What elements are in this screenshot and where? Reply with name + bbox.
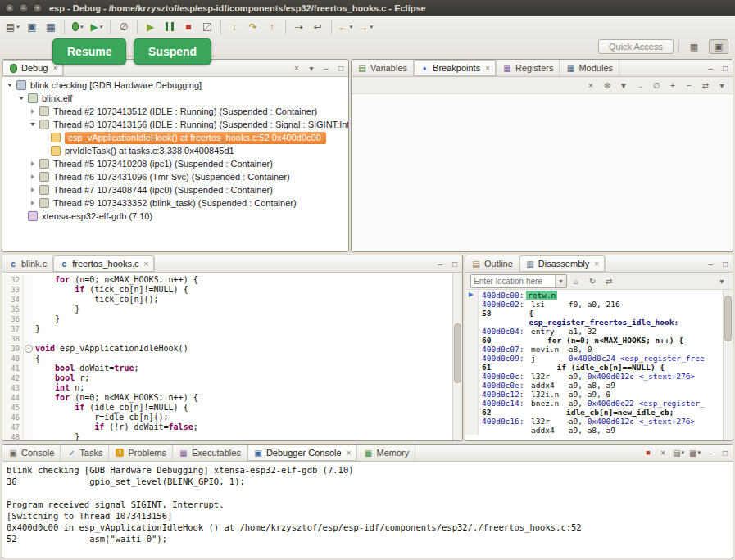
fold-collapse-icon[interactable] [24, 344, 34, 354]
debug-tree-item[interactable]: prvIdleTask() at tasks.c:3,338 0x400845d… [2, 144, 348, 157]
expand-all-icon[interactable]: + [665, 79, 680, 93]
minimize-icon[interactable]: – [703, 61, 718, 75]
disassembly-row[interactable]: 62 idle_cb[n]=new_idle_cb; [465, 408, 723, 417]
disassembly-row[interactable]: addx4 a9, a8, a9 [465, 426, 723, 435]
drop-to-frame-button[interactable]: ↩ [309, 18, 327, 36]
expander-right-icon[interactable] [29, 174, 37, 179]
remove-all-breakpoints-icon[interactable]: ⊗ [600, 79, 615, 93]
skip-all-breakpoints-button[interactable]: ∅ [115, 18, 133, 36]
disassembly-row[interactable]: 400d0c0e:addx4 a9, a8, a9 [465, 381, 723, 390]
window-minimize-button[interactable]: − [19, 3, 29, 13]
location-combo[interactable]: ▾ [470, 274, 567, 288]
editor-scrollbar[interactable] [452, 273, 462, 440]
forward-button[interactable]: →▾ [356, 18, 375, 36]
link-with-active-context-icon[interactable]: ⇄ [601, 274, 616, 288]
collapse-all-icon[interactable]: − [682, 79, 696, 93]
close-tab-icon[interactable]: × [52, 64, 57, 73]
code-line[interactable]: 45 if (idle_cb[n]!=NULL) { [2, 403, 452, 413]
disassembly-row[interactable]: 400d0c07:movi.n a8, 0 [465, 345, 723, 354]
maximize-icon[interactable]: □ [718, 257, 733, 271]
disassembly-content[interactable]: 400d0c00:retw.n400d0c02:lsi f0, a0, 2165… [465, 290, 723, 440]
maximize-icon[interactable]: □ [447, 257, 462, 271]
tab-problems[interactable]: Problems [109, 445, 172, 461]
tab-executables[interactable]: Executables [173, 445, 247, 461]
run-button[interactable]: ▶▾ [88, 18, 106, 36]
debug-tree-item[interactable]: xtensa-esp32-elf-gdb (7.10) [2, 210, 348, 223]
debug-tree-item[interactable]: Thread #3 1073413156 (IDLE : Running) (S… [2, 118, 348, 131]
save-button[interactable]: ▣ [23, 18, 41, 36]
step-over-button[interactable]: ↷ [244, 18, 262, 36]
disassembly-scrollbar[interactable] [723, 290, 733, 440]
dropdown-arrow-icon[interactable]: ▾ [370, 24, 373, 30]
remove-selected-breakpoints-icon[interactable]: × [583, 79, 598, 93]
close-tab-icon[interactable]: × [485, 64, 490, 73]
minimize-icon[interactable]: – [319, 61, 333, 75]
window-close-button[interactable]: × [5, 3, 15, 13]
debug-tree-item[interactable]: Thread #5 1073410208 (ipc1) (Suspended :… [2, 157, 348, 170]
disassembly-row[interactable]: 400d0c0c:l32r a9, 0x400d012c <_stext+276… [465, 372, 723, 381]
code-line[interactable]: 39void esp_vApplicationIdleHook() [2, 344, 452, 354]
link-with-debug-view-icon[interactable]: ⇄ [698, 79, 713, 93]
close-tab-icon[interactable]: × [594, 260, 599, 269]
dropdown-arrow-icon[interactable]: ▾ [80, 24, 84, 30]
debug-tree-item[interactable]: Thread #6 1073431096 (Tmr Svc) (Suspende… [2, 170, 348, 183]
new-button[interactable]: ▤▾ [3, 18, 22, 36]
code-line[interactable]: 32 for (n=0; n<MAX_HOOKS; n++) { [2, 275, 452, 285]
expander-right-icon[interactable] [29, 201, 37, 205]
scrollbar-thumb[interactable] [724, 296, 732, 341]
tab-tasks[interactable]: Tasks [61, 445, 109, 461]
code-line[interactable]: 43 int n; [2, 383, 452, 393]
minimize-icon[interactable]: – [703, 257, 718, 271]
code-line[interactable]: 35 } [2, 305, 452, 314]
disassembly-row[interactable]: 400d0c02:lsi f0, a0, 216 [465, 300, 723, 309]
code-line[interactable]: 36 } [2, 314, 452, 324]
code-line[interactable]: 33 if (tick_cb[n]!=NULL) { [2, 285, 452, 295]
expander-right-icon[interactable] [29, 161, 37, 166]
maximize-icon[interactable]: □ [718, 61, 733, 75]
code-line[interactable]: 47 if (!r) doWait=false; [2, 422, 452, 432]
open-perspective-button[interactable]: ▦ [684, 39, 704, 54]
show-breakpoints-supported-icon[interactable]: ▼ [616, 79, 631, 93]
debug-perspective-button[interactable]: ▣ [709, 39, 728, 54]
debug-tree-item[interactable]: blink.elf [2, 92, 348, 105]
go-to-file-icon[interactable]: → [633, 79, 647, 93]
tab-disassembly[interactable]: Disassembly× [519, 255, 606, 272]
skip-all-breakpoints-icon[interactable]: ∅ [649, 79, 664, 93]
dropdown-arrow-icon[interactable]: ▾ [682, 449, 685, 456]
tab-freertos-hooks-c[interactable]: freertos_hooks.c× [53, 255, 155, 272]
quick-access[interactable]: Quick Access [598, 39, 674, 54]
scrollbar-thumb[interactable] [454, 323, 461, 384]
disassembly-row[interactable]: esp_register_freertos_idle_hook: [465, 318, 723, 327]
maximize-icon[interactable]: □ [718, 446, 733, 460]
tab-debugger-console[interactable]: Debugger Console× [247, 445, 358, 461]
tab-memory[interactable]: Memory [357, 445, 415, 461]
close-tab-icon[interactable]: × [347, 449, 352, 458]
step-into-button[interactable]: ↓ [225, 18, 243, 36]
remove-all-terminated-icon[interactable]: × [289, 61, 304, 75]
dropdown-arrow-icon[interactable]: ▾ [100, 24, 103, 30]
debug-tree-item[interactable]: Thread #7 1073408744 (ipc0) (Suspended :… [2, 183, 348, 196]
terminate-button[interactable]: ■ [179, 18, 197, 36]
remove-launch-icon[interactable]: × [656, 446, 670, 460]
disassembly-row[interactable]: 400d0c14:bnez.n a9, 0x400d0c22 <esp_regi… [465, 399, 723, 408]
tab-modules[interactable]: Modules [560, 60, 619, 76]
display-selected-console-icon[interactable]: ▤▾ [670, 446, 687, 460]
expander-down-icon[interactable] [29, 123, 37, 126]
expander-down-icon[interactable] [17, 97, 25, 100]
view-menu-icon[interactable]: ▾ [715, 79, 729, 93]
debug-tree-item[interactable]: Thread #2 1073413512 (IDLE : Running) (S… [2, 105, 348, 118]
disassembly-row[interactable]: 400d0c12:l32i.n a9, a9, 0 [465, 390, 723, 399]
expander-right-icon[interactable] [29, 187, 37, 192]
step-return-button[interactable]: ↑ [263, 18, 281, 36]
minimize-icon[interactable]: – [433, 257, 447, 271]
dropdown-arrow-icon[interactable]: ▾ [16, 24, 20, 30]
debug-button[interactable]: ▾ [69, 18, 87, 36]
view-menu-icon[interactable]: ▾ [715, 274, 729, 288]
close-tab-icon[interactable]: × [144, 260, 149, 269]
code-line[interactable]: 34 tick_cb[n](); [2, 295, 452, 305]
disassembly-row[interactable]: 60 for (n=0; n<MAX_HOOKS; n++) { [465, 336, 723, 345]
window-maximize-button[interactable]: + [33, 3, 43, 13]
save-all-button[interactable]: ▦ [42, 18, 60, 36]
expander-down-icon[interactable] [6, 84, 14, 87]
code-line[interactable]: 38 [2, 334, 452, 344]
